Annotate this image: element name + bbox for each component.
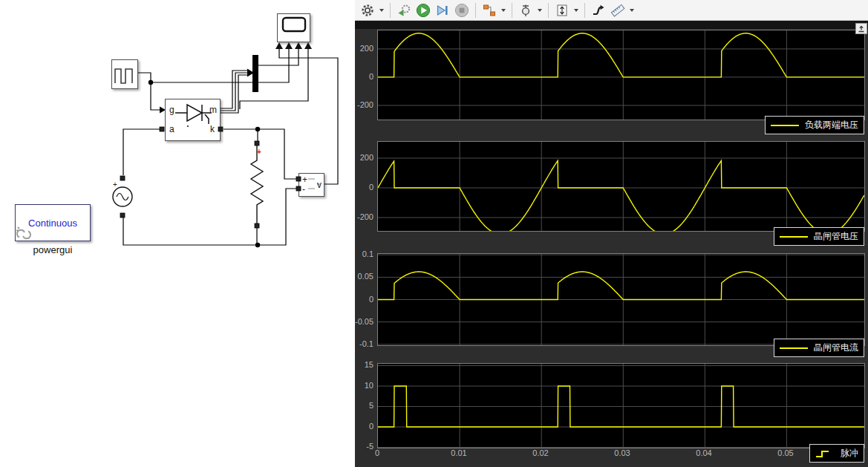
highlight-signals-icon[interactable] [480,1,498,19]
thyristor-port-label-a: a [169,125,174,134]
scope-panel-2[interactable] [377,141,865,232]
trigger-icon[interactable] [517,1,535,19]
source-polarity-label: + [113,181,117,189]
scope-panel-3[interactable] [377,253,865,346]
y-tick-label: 200 [355,44,373,53]
y-tick-label: 200 [355,153,373,162]
vm-minus-label: - [302,185,305,194]
dock-button[interactable] [855,23,867,34]
toolbar-separator [512,3,512,18]
settings-gear-icon[interactable] [359,1,376,19]
y-tick-label: -200 [355,212,373,221]
scope-toolbar [355,0,868,21]
y-tick-label: 15 [355,360,373,369]
y-tick-label: 5 [355,401,373,410]
scope-panel-4[interactable] [377,363,865,448]
toolbar-separator [584,3,585,18]
y-tick-label: 0 [355,422,373,431]
trigger-dropdown-caret[interactable] [538,9,542,12]
y-tick-label: -0.1 [355,339,373,348]
y-tick-label: 0 [355,72,373,81]
highlight-dropdown-caret[interactable] [501,9,506,12]
x-tick-label: 0.05 [771,448,800,457]
legend-step-sample [815,449,835,458]
simulink-model-canvas[interactable]: Continuous powergui [0,0,355,467]
x-tick-label: 0.04 [689,448,719,457]
scope-window: 2000-2002000-2000.10.050-0.05-0.1151050-… [355,0,868,467]
run-icon[interactable] [414,1,432,19]
y-tick-label: 0.1 [355,249,373,258]
toolbar-separator [548,3,549,18]
legend-pulse[interactable]: 脉冲 [809,444,864,463]
vm-plus-label: + [302,175,307,184]
x-tick-label: 0.03 [607,448,637,457]
legend-label: 脉冲 [841,447,858,460]
legend-line-sample [780,347,808,349]
x-tick-label: 0.01 [444,448,474,457]
legend-thyristor-current[interactable]: 晶闸管电流 [774,339,864,357]
toolbar-separator [475,3,476,18]
step-back-icon[interactable] [395,1,413,19]
ruler-dropdown-caret[interactable] [630,9,634,12]
legend-line-sample [780,236,808,238]
vm-v-label: v [317,180,322,189]
cursor-measurements-icon[interactable] [590,1,607,19]
scope-top-strip [355,21,868,29]
x-tick-label: 0.02 [526,448,555,457]
legend-thyristor-voltage[interactable]: 晶闸管电压 [774,227,864,246]
thyristor-port-label-k: k [210,125,215,134]
resistor-polarity-label: + [257,148,261,156]
y-tick-label: 0 [355,295,373,304]
thyristor-port-label-m: m [209,105,217,114]
legend-load-voltage[interactable]: 负载两端电压 [765,116,864,134]
y-tick-label: -0.05 [355,317,373,326]
powergui-block[interactable]: Continuous [15,204,91,241]
y-tick-label: -200 [355,100,373,109]
legend-label: 晶闸管电压 [814,230,858,243]
y-tick-label: 0.05 [355,272,373,281]
scope-panel-1[interactable] [377,30,865,120]
powergui-label: powergui [15,244,91,255]
y-tick-label: 0 [355,183,373,192]
legend-label: 负载两端电压 [805,119,858,131]
legend-label: 晶闸管电流 [814,342,858,354]
span-y-icon[interactable] [553,1,571,19]
stop-icon[interactable] [453,1,471,19]
measurements-ruler-icon[interactable] [609,1,627,19]
thyristor-port-label-g: g [169,105,174,114]
x-tick-label: 0 [362,448,392,457]
toolbar-separator [390,3,391,18]
app-window: Continuous powergui [0,0,868,467]
legend-line-sample [771,125,799,126]
powergui-mode-text: Continuous [28,218,77,229]
step-forward-icon[interactable] [434,1,451,19]
scope-block[interactable] [277,13,310,42]
settings-dropdown-caret[interactable] [379,9,384,12]
span-dropdown-caret[interactable] [574,9,578,12]
pulse-generator-block[interactable] [111,59,138,89]
y-tick-label: 10 [355,381,373,390]
